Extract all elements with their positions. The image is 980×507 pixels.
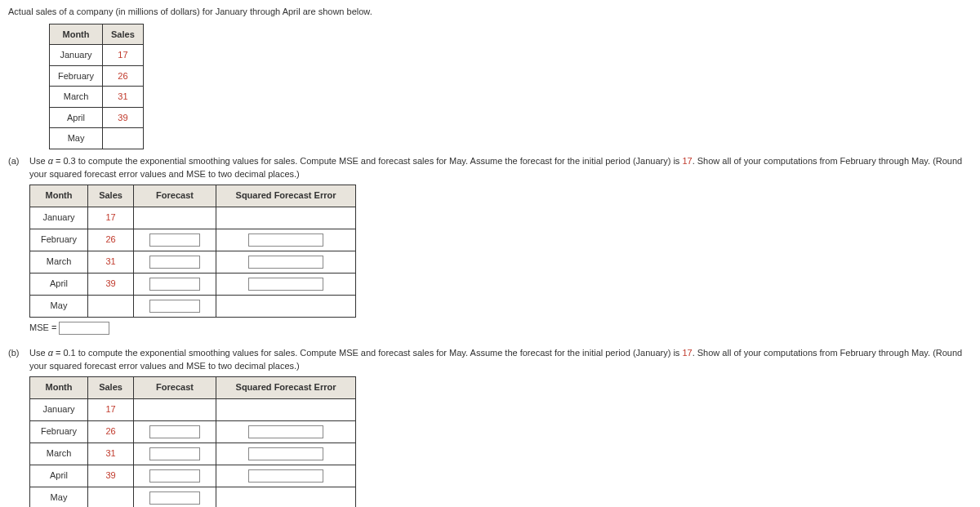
table-row: May [30,487,356,507]
sales-cell: 39 [103,107,144,128]
forecast-input[interactable] [149,469,200,483]
table-row: April 39 [50,107,144,128]
col-forecast: Forecast [134,376,216,398]
forecast-cell [134,420,216,443]
col-month: Month [50,24,103,45]
month-cell: January [30,207,88,229]
forecast-input[interactable] [149,300,200,313]
table-row: May [30,295,356,317]
part-b-work-table: Month Sales Forecast Squared Forecast Er… [29,376,356,507]
month-cell: January [50,45,103,66]
col-month: Month [30,376,88,398]
table-row: March 31 [30,443,356,465]
table-row: January 17 [30,207,356,229]
month-cell: March [50,87,103,108]
col-forecast: Forecast [134,185,216,207]
month-cell: March [30,251,88,273]
pb-hl: 17 [682,348,692,358]
table-row: April 39 [30,273,356,295]
month-cell: May [50,128,103,149]
month-cell: April [30,465,88,487]
sales-cell [103,128,144,149]
part-b-prompt: Use α = 0.1 to compute the exponential s… [29,346,972,373]
sqerr-cell [216,251,356,273]
forecast-cell [134,443,216,465]
forecast-cell [134,295,216,317]
month-cell: May [30,487,88,507]
sqerr-cell [216,398,356,420]
mse-input[interactable] [59,322,109,335]
forecast-cell [134,487,216,507]
sales-cell: 17 [88,207,134,229]
table-row: February 26 [50,65,144,87]
sales-cell: 17 [88,398,134,420]
part-a-prompt: Use α = 0.3 to compute the exponential s… [29,154,972,181]
forecast-input[interactable] [149,256,200,269]
sqerr-input[interactable] [248,256,323,269]
month-cell: February [50,65,103,87]
sqerr-input[interactable] [248,425,323,438]
sqerr-input[interactable] [248,447,323,460]
sqerr-input[interactable] [248,469,323,483]
sales-cell: 39 [88,465,134,487]
sales-cell: 26 [103,65,144,87]
month-cell: April [30,273,88,295]
sales-data-table: Month Sales January 17 February 26 March… [49,24,144,149]
sqerr-cell [216,207,356,229]
sqerr-cell [216,487,356,507]
forecast-cell [134,273,216,295]
sales-cell: 17 [103,45,144,66]
sqerr-cell [216,229,356,251]
table-row: February 26 [30,420,356,443]
month-cell: February [30,420,88,443]
table-row: January 17 [50,45,144,66]
sqerr-cell [216,295,356,317]
pa-eq: = 0.3 to compute the exponential smoothi… [53,156,683,166]
table-row: March 31 [50,87,144,108]
sqerr-cell [216,273,356,295]
mse-label: MSE = [29,322,56,332]
forecast-cell [134,251,216,273]
forecast-cell [134,398,216,420]
col-sales: Sales [88,376,134,398]
col-sqerr: Squared Forecast Error [216,376,356,398]
forecast-input[interactable] [149,425,200,438]
sales-cell: 31 [103,87,144,108]
sales-cell: 31 [88,443,134,465]
table-row: January 17 [30,398,356,420]
sales-cell: 31 [88,251,134,273]
sqerr-input[interactable] [248,278,323,291]
col-sales: Sales [88,185,134,207]
table-row: April 39 [30,465,356,487]
sales-cell: 26 [88,229,134,251]
forecast-input[interactable] [149,233,200,247]
forecast-cell [134,465,216,487]
part-a-mse-line: MSE = [29,321,972,335]
sqerr-cell [216,420,356,443]
pa-hl: 17 [682,156,692,166]
sqerr-input[interactable] [248,233,323,247]
table-row: March 31 [30,251,356,273]
part-a-work-table: Month Sales Forecast Squared Forecast Er… [29,185,356,318]
part-b: (b) Use α = 0.1 to compute the exponenti… [8,346,972,507]
part-a: (a) Use α = 0.3 to compute the exponenti… [8,154,972,341]
sales-cell [88,487,134,507]
sales-cell: 26 [88,420,134,443]
sqerr-cell [216,465,356,487]
month-cell: April [50,107,103,128]
month-cell: March [30,443,88,465]
col-month: Month [30,185,88,207]
forecast-input[interactable] [149,278,200,291]
forecast-input[interactable] [149,491,200,505]
sqerr-cell [216,443,356,465]
col-sales: Sales [103,24,144,45]
forecast-cell [134,229,216,251]
part-b-tag: (b) [8,346,24,360]
intro-text: Actual sales of a company (in millions o… [8,5,972,19]
forecast-input[interactable] [149,447,200,460]
month-cell: January [30,398,88,420]
col-sqerr: Squared Forecast Error [216,185,356,207]
month-cell: May [30,295,88,317]
pa-pre: Use [29,156,48,166]
table-row: May [50,128,144,149]
